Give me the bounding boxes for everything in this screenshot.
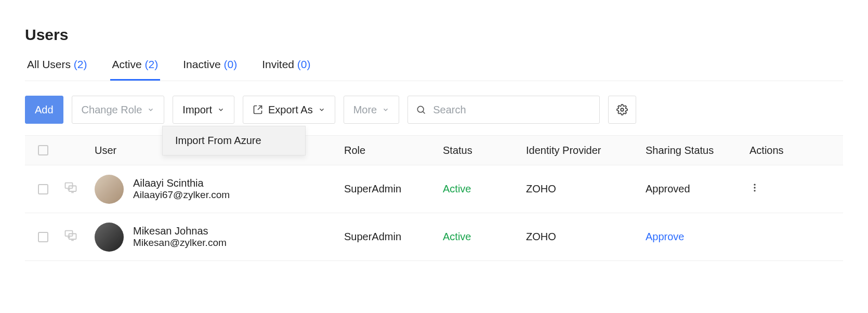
svg-point-2: [621, 108, 624, 111]
import-from-azure-item[interactable]: Import From Azure: [163, 126, 305, 155]
row-checkbox[interactable]: [38, 184, 48, 194]
tab-inactive[interactable]: Inactive (0): [181, 58, 239, 81]
col-role: Role: [342, 145, 441, 156]
tab-count: (2): [74, 58, 87, 70]
tab-count: (0): [297, 58, 311, 70]
tab-count: (0): [223, 58, 237, 70]
user-email: Mikesan@zylker.com: [133, 237, 227, 249]
tab-active[interactable]: Active (2): [110, 58, 161, 81]
settings-button[interactable]: [608, 96, 636, 124]
table-row: Ailaayi Scinthia Ailaayi67@zylker.com Su…: [25, 165, 843, 213]
tab-label: Inactive: [183, 58, 220, 70]
page-title: Users: [25, 26, 843, 44]
change-role-label: Change Role: [82, 104, 142, 116]
add-button[interactable]: Add: [25, 96, 63, 124]
search-input[interactable]: [407, 96, 600, 124]
more-label: More: [353, 104, 377, 116]
user-role: SuperAdmin: [342, 183, 441, 195]
col-sharing-status: Sharing Status: [643, 145, 747, 156]
svg-point-9: [754, 190, 755, 191]
tab-invited[interactable]: Invited (0): [260, 58, 312, 81]
svg-point-7: [754, 184, 755, 186]
gear-icon: [616, 104, 628, 115]
avatar: [95, 223, 124, 252]
table-row: Mikesan Johnas Mikesan@zylker.com SuperA…: [25, 213, 843, 261]
user-role: SuperAdmin: [342, 231, 441, 243]
chevron-down-icon: [217, 106, 225, 113]
user-name: Mikesan Johnas: [133, 225, 227, 237]
col-status: Status: [441, 145, 524, 156]
import-button[interactable]: Import: [173, 96, 234, 124]
approve-link[interactable]: Approve: [643, 231, 747, 243]
col-actions: Actions: [747, 145, 843, 156]
tab-all-users[interactable]: All Users (2): [25, 58, 89, 81]
toolbar: Add Change Role Import Export As More Im…: [25, 96, 843, 124]
chevron-down-icon: [147, 106, 154, 113]
user-email: Ailaayi67@zylker.com: [133, 189, 230, 201]
table-header: User Role Status Identity Provider Shari…: [25, 135, 843, 165]
select-all-checkbox[interactable]: [38, 145, 48, 155]
more-vert-icon[interactable]: [749, 182, 760, 193]
avatar: [95, 175, 124, 204]
col-identity-provider: Identity Provider: [524, 145, 643, 156]
system-icon: [63, 228, 78, 243]
tab-label: Invited: [262, 58, 294, 70]
svg-point-8: [754, 187, 755, 188]
user-idp: ZOHO: [524, 183, 643, 195]
system-icon: [63, 180, 78, 195]
import-dropdown: Import From Azure: [162, 126, 306, 155]
import-label: Import: [182, 104, 212, 116]
tab-label: Active: [112, 58, 142, 70]
chevron-down-icon: [382, 106, 389, 113]
change-role-button[interactable]: Change Role: [72, 96, 165, 124]
user-status: Active: [441, 231, 524, 243]
row-checkbox[interactable]: [38, 232, 48, 242]
user-idp: ZOHO: [524, 231, 643, 243]
export-as-button[interactable]: Export As: [243, 96, 335, 124]
user-name: Ailaayi Scinthia: [133, 177, 230, 189]
export-as-label: Export As: [268, 104, 313, 116]
chevron-down-icon: [318, 106, 325, 113]
user-tabs: All Users (2) Active (2) Inactive (0) In…: [25, 58, 843, 81]
sharing-status: Approved: [643, 183, 747, 195]
export-icon: [253, 105, 263, 115]
tab-count: (2): [145, 58, 159, 70]
tab-label: All Users: [27, 58, 71, 70]
users-table: User Role Status Identity Provider Shari…: [25, 135, 843, 261]
user-status: Active: [441, 183, 524, 195]
more-button[interactable]: More: [344, 96, 400, 124]
search-wrapper: [407, 96, 600, 124]
